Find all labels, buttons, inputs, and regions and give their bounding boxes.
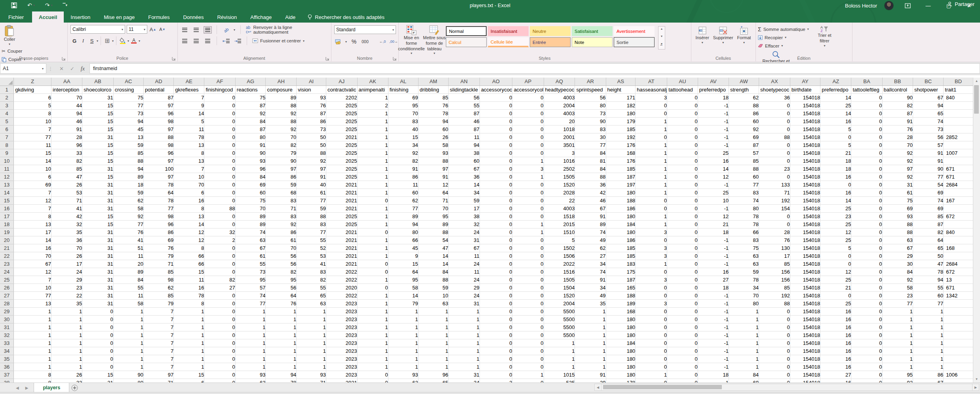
italic-button[interactable]: I [79,37,87,45]
row-header-32[interactable]: 32 [0,331,14,339]
cell[interactable]: 154018 [790,339,820,347]
font-dialog-launcher[interactable] [172,56,176,60]
cell[interactable]: dribbling [418,86,448,93]
cell[interactable]: -1 [698,299,729,307]
row-header-10[interactable]: 10 [0,157,14,165]
cell[interactable]: 92 [266,220,297,228]
cell[interactable]: 11 [449,268,480,276]
cell[interactable]: 1 [174,307,204,315]
cell[interactable]: 1 [357,363,388,371]
cell[interactable]: 85 [913,212,943,220]
cell[interactable]: 12 [698,173,729,181]
cell[interactable]: 87 [235,101,266,109]
cell[interactable]: 1015 [544,371,575,379]
cell[interactable]: 74 [913,196,943,204]
cell[interactable]: 1 [357,252,388,260]
cell[interactable]: 90 [235,149,266,157]
cell[interactable]: 61 [235,252,266,260]
cell[interactable]: 1 [235,323,266,331]
cell[interactable]: 65 [913,109,943,117]
cell[interactable]: trait1 [944,86,973,93]
cell[interactable]: 0 [667,165,698,173]
cell[interactable]: 154018 [790,157,820,165]
cell[interactable]: 0 [667,355,698,363]
cell[interactable]: 672 [944,268,973,276]
formula-input[interactable]: firstnameid [89,63,980,74]
cell[interactable]: 0 [759,355,790,363]
cell[interactable]: 2021 [326,260,357,268]
cell[interactable]: 24 [449,276,480,284]
cell[interactable]: 14 [418,260,448,268]
tell-me-search[interactable]: Rechercher des outils adaptés [308,11,384,23]
cell[interactable]: 91 [51,125,82,133]
cell[interactable]: 154018 [790,196,820,204]
cell[interactable]: 10 [418,291,448,299]
cell[interactable]: 29 [575,379,606,383]
cell[interactable] [944,347,973,355]
cell[interactable]: 92 [729,125,759,133]
cell[interactable]: preferredpo [698,86,729,93]
cell[interactable]: 8 [14,109,51,117]
cell[interactable]: 1 [51,339,82,347]
cell[interactable]: 0 [512,276,544,284]
cell[interactable]: 0 [480,188,512,196]
cell[interactable]: 77 [297,196,326,204]
comma-style-button[interactable]: 000 [361,38,369,46]
cell[interactable]: 1 [51,323,82,331]
cell[interactable]: 69 [729,133,759,141]
column-header-AX[interactable]: AX [759,78,790,86]
cell[interactable]: 1 [882,307,913,315]
cell[interactable]: 16 [820,173,851,181]
style-chip-7[interactable]: Entrée [530,37,571,47]
cell[interactable]: 93 [235,371,266,379]
cell[interactable]: 63 [235,379,266,383]
cell[interactable]: 183 [606,260,636,268]
tab-revision[interactable]: Révision [210,11,244,23]
cell[interactable]: 0 [204,101,235,109]
cell[interactable]: 84 [729,371,759,379]
cell[interactable]: 154018 [790,133,820,141]
cell[interactable]: 10 [698,196,729,204]
cell[interactable]: 1 [235,315,266,323]
cell[interactable]: 16 [820,355,851,363]
cell[interactable]: 0 [204,141,235,149]
cell[interactable]: 92 [882,149,913,157]
cell[interactable]: 11 [449,252,480,260]
delete-cells-button[interactable]: Supprimer▾ [712,25,735,54]
cell[interactable]: 0 [667,149,698,157]
cell[interactable]: 1 [357,165,388,173]
cell[interactable]: 31 [82,268,113,276]
cell[interactable]: 31 [82,228,113,236]
column-header-AE[interactable]: AE [174,78,204,86]
cell[interactable]: 73 [235,268,266,276]
redo-icon[interactable]: ↷▾ [45,2,53,8]
cell[interactable]: 89 [235,212,266,220]
cell[interactable]: 93 [388,371,418,379]
cell[interactable]: 0 [636,355,667,363]
cell[interactable]: 41 [113,236,143,244]
cell[interactable]: 78 [729,212,759,220]
cell[interactable]: 63 [297,299,326,307]
cell[interactable]: 64 [388,268,418,276]
cell[interactable]: 1 [235,347,266,355]
cell[interactable]: 2202 [326,93,357,101]
cell[interactable]: 0 [512,347,544,355]
cell[interactable]: -1 [698,315,729,323]
cell[interactable]: 11 [113,252,143,260]
cell[interactable]: 23 [882,291,913,299]
cell[interactable]: 2021 [326,379,357,383]
cell[interactable]: 7 [14,276,51,284]
cell[interactable]: 74 [235,228,266,236]
cell[interactable]: 69 [913,188,943,196]
cell[interactable]: 55 [297,284,326,291]
cell[interactable]: 1 [297,307,326,315]
cell[interactable]: 1 [357,204,388,212]
cell[interactable]: 73 [113,109,143,117]
cell[interactable]: 0 [480,117,512,125]
cell[interactable]: 97 [882,165,913,173]
scroll-down-icon[interactable]: ▼ [973,376,980,383]
cell[interactable]: 1 [357,125,388,133]
cell[interactable]: 0 [480,307,512,315]
cell[interactable]: 154018 [790,165,820,173]
cell[interactable]: 0 [636,307,667,315]
